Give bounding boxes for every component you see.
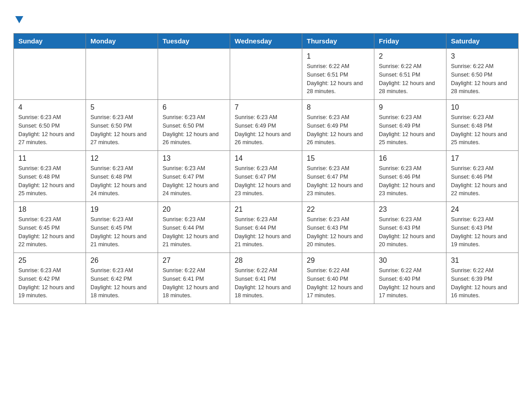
calendar-cell-4-6: 23Sunrise: 6:23 AMSunset: 6:43 PMDayligh… (374, 202, 446, 253)
calendar-cell-4-4: 21Sunrise: 6:23 AMSunset: 6:44 PMDayligh… (230, 202, 302, 253)
day-info: Sunrise: 6:23 AMSunset: 6:45 PMDaylight:… (18, 215, 81, 249)
calendar-week-row-5: 25Sunrise: 6:23 AMSunset: 6:42 PMDayligh… (14, 253, 519, 304)
day-number: 3 (451, 52, 514, 60)
day-number: 11 (18, 154, 81, 163)
day-info: Sunrise: 6:23 AMSunset: 6:48 PMDaylight:… (90, 164, 153, 198)
day-info: Sunrise: 6:23 AMSunset: 6:46 PMDaylight:… (451, 164, 514, 198)
calendar-cell-5-5: 29Sunrise: 6:22 AMSunset: 6:40 PMDayligh… (302, 253, 374, 304)
calendar-cell-2-5: 8Sunrise: 6:23 AMSunset: 6:49 PMDaylight… (302, 100, 374, 151)
day-number: 9 (379, 103, 442, 111)
day-number: 12 (90, 154, 153, 163)
day-info: Sunrise: 6:23 AMSunset: 6:45 PMDaylight:… (90, 215, 153, 249)
day-number: 10 (451, 103, 514, 111)
day-number: 13 (163, 154, 225, 163)
calendar-cell-2-6: 9Sunrise: 6:23 AMSunset: 6:49 PMDaylight… (374, 100, 446, 151)
day-info: Sunrise: 6:22 AMSunset: 6:51 PMDaylight:… (379, 62, 442, 96)
logo-arrow-icon (14, 14, 24, 24)
calendar-week-row-2: 4Sunrise: 6:23 AMSunset: 6:50 PMDaylight… (14, 100, 519, 151)
day-info: Sunrise: 6:23 AMSunset: 6:43 PMDaylight:… (379, 215, 442, 249)
calendar-cell-4-5: 22Sunrise: 6:23 AMSunset: 6:43 PMDayligh… (302, 202, 374, 253)
day-info: Sunrise: 6:23 AMSunset: 6:42 PMDaylight:… (90, 266, 153, 300)
day-number: 17 (451, 154, 514, 163)
day-number: 7 (235, 103, 297, 111)
svg-marker-0 (15, 16, 23, 23)
calendar-cell-2-4: 7Sunrise: 6:23 AMSunset: 6:49 PMDaylight… (230, 100, 302, 151)
day-info: Sunrise: 6:22 AMSunset: 6:39 PMDaylight:… (451, 266, 514, 300)
calendar-cell-4-1: 18Sunrise: 6:23 AMSunset: 6:45 PMDayligh… (14, 202, 86, 253)
day-number: 28 (235, 257, 297, 265)
weekday-header-wednesday: Wednesday (230, 34, 302, 49)
calendar-cell-3-4: 14Sunrise: 6:23 AMSunset: 6:47 PMDayligh… (230, 151, 302, 202)
day-number: 2 (379, 52, 442, 60)
day-number: 5 (90, 103, 153, 111)
day-number: 1 (307, 52, 369, 60)
weekday-header-saturday: Saturday (446, 34, 519, 49)
day-info: Sunrise: 6:22 AMSunset: 6:40 PMDaylight:… (307, 266, 369, 300)
day-info: Sunrise: 6:23 AMSunset: 6:49 PMDaylight:… (307, 113, 369, 147)
calendar-cell-1-2 (86, 49, 158, 100)
calendar-cell-2-7: 10Sunrise: 6:23 AMSunset: 6:48 PMDayligh… (446, 100, 519, 151)
calendar-cell-5-1: 25Sunrise: 6:23 AMSunset: 6:42 PMDayligh… (14, 253, 86, 304)
day-number: 26 (90, 257, 153, 265)
calendar-cell-3-3: 13Sunrise: 6:23 AMSunset: 6:47 PMDayligh… (158, 151, 230, 202)
weekday-header-monday: Monday (86, 34, 158, 49)
weekday-header-thursday: Thursday (302, 34, 374, 49)
day-info: Sunrise: 6:22 AMSunset: 6:40 PMDaylight:… (379, 266, 442, 300)
day-number: 4 (18, 103, 81, 111)
day-number: 24 (451, 206, 514, 214)
day-number: 29 (307, 257, 369, 265)
day-info: Sunrise: 6:23 AMSunset: 6:43 PMDaylight:… (451, 215, 514, 249)
day-number: 18 (18, 206, 81, 214)
day-number: 8 (307, 103, 369, 111)
calendar-cell-5-2: 26Sunrise: 6:23 AMSunset: 6:42 PMDayligh… (86, 253, 158, 304)
day-info: Sunrise: 6:23 AMSunset: 6:44 PMDaylight:… (235, 215, 297, 249)
calendar-cell-3-1: 11Sunrise: 6:23 AMSunset: 6:48 PMDayligh… (14, 151, 86, 202)
day-info: Sunrise: 6:23 AMSunset: 6:50 PMDaylight:… (90, 113, 153, 147)
weekday-header-sunday: Sunday (14, 34, 86, 49)
calendar-cell-3-6: 16Sunrise: 6:23 AMSunset: 6:46 PMDayligh… (374, 151, 446, 202)
calendar-cell-4-2: 19Sunrise: 6:23 AMSunset: 6:45 PMDayligh… (86, 202, 158, 253)
calendar-cell-1-6: 2Sunrise: 6:22 AMSunset: 6:51 PMDaylight… (374, 49, 446, 100)
weekday-header-friday: Friday (374, 34, 446, 49)
day-info: Sunrise: 6:23 AMSunset: 6:49 PMDaylight:… (379, 113, 442, 147)
day-number: 23 (379, 206, 442, 214)
day-info: Sunrise: 6:23 AMSunset: 6:48 PMDaylight:… (18, 164, 81, 198)
calendar-cell-5-3: 27Sunrise: 6:22 AMSunset: 6:41 PMDayligh… (158, 253, 230, 304)
day-info: Sunrise: 6:22 AMSunset: 6:50 PMDaylight:… (451, 62, 514, 96)
day-info: Sunrise: 6:23 AMSunset: 6:50 PMDaylight:… (163, 113, 225, 147)
day-number: 21 (235, 206, 297, 214)
day-info: Sunrise: 6:23 AMSunset: 6:43 PMDaylight:… (307, 215, 369, 249)
day-info: Sunrise: 6:23 AMSunset: 6:47 PMDaylight:… (235, 164, 297, 198)
day-number: 14 (235, 154, 297, 163)
weekday-header-tuesday: Tuesday (158, 34, 230, 49)
day-info: Sunrise: 6:23 AMSunset: 6:42 PMDaylight:… (18, 266, 81, 300)
day-number: 22 (307, 206, 369, 214)
calendar-week-row-4: 18Sunrise: 6:23 AMSunset: 6:45 PMDayligh… (14, 202, 519, 253)
calendar-cell-2-2: 5Sunrise: 6:23 AMSunset: 6:50 PMDaylight… (86, 100, 158, 151)
day-number: 15 (307, 154, 369, 163)
day-number: 25 (18, 257, 81, 265)
day-number: 30 (379, 257, 442, 265)
day-info: Sunrise: 6:23 AMSunset: 6:48 PMDaylight:… (451, 113, 514, 147)
day-info: Sunrise: 6:22 AMSunset: 6:51 PMDaylight:… (307, 62, 369, 96)
calendar-cell-2-3: 6Sunrise: 6:23 AMSunset: 6:50 PMDaylight… (158, 100, 230, 151)
day-number: 6 (163, 103, 225, 111)
calendar-cell-5-4: 28Sunrise: 6:22 AMSunset: 6:41 PMDayligh… (230, 253, 302, 304)
logo (13, 13, 24, 24)
day-info: Sunrise: 6:23 AMSunset: 6:50 PMDaylight:… (18, 113, 81, 147)
day-number: 27 (163, 257, 225, 265)
calendar-cell-5-7: 31Sunrise: 6:22 AMSunset: 6:39 PMDayligh… (446, 253, 519, 304)
day-info: Sunrise: 6:22 AMSunset: 6:41 PMDaylight:… (235, 266, 297, 300)
calendar-table: SundayMondayTuesdayWednesdayThursdayFrid… (13, 33, 519, 304)
day-info: Sunrise: 6:23 AMSunset: 6:47 PMDaylight:… (307, 164, 369, 198)
page-header (13, 13, 519, 24)
day-info: Sunrise: 6:23 AMSunset: 6:46 PMDaylight:… (379, 164, 442, 198)
calendar-cell-1-5: 1Sunrise: 6:22 AMSunset: 6:51 PMDaylight… (302, 49, 374, 100)
day-number: 16 (379, 154, 442, 163)
calendar-cell-1-3 (158, 49, 230, 100)
calendar-week-row-1: 1Sunrise: 6:22 AMSunset: 6:51 PMDaylight… (14, 49, 519, 100)
calendar-cell-1-4 (230, 49, 302, 100)
day-number: 19 (90, 206, 153, 214)
calendar-cell-1-1 (14, 49, 86, 100)
day-info: Sunrise: 6:23 AMSunset: 6:44 PMDaylight:… (163, 215, 225, 249)
